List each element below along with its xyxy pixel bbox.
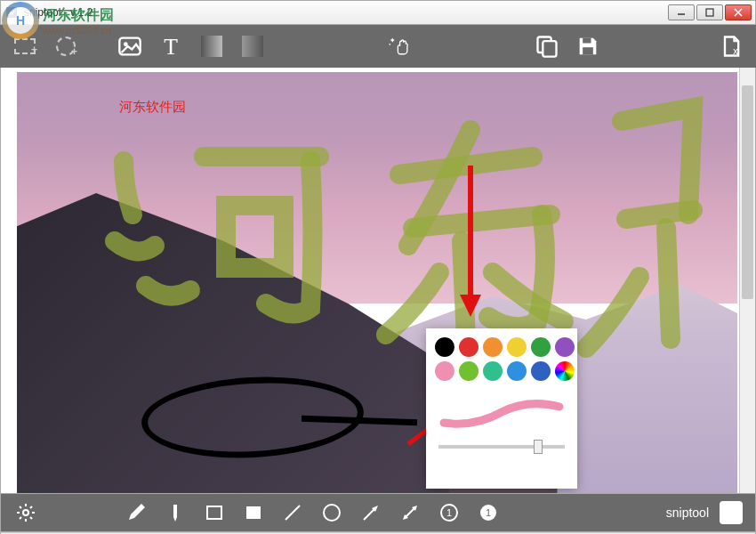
svg-text:x: x [733, 45, 738, 56]
gear-icon [15, 502, 36, 523]
rect-outline-icon [204, 502, 225, 523]
color-picker-popup [426, 328, 577, 489]
minimize-button[interactable] [668, 4, 695, 20]
circle-outline-tool-button[interactable] [314, 497, 350, 529]
canvas-area: 河东软件园 [0, 68, 756, 493]
vertical-scrollbar[interactable] [739, 68, 755, 493]
insert-text-button[interactable]: T [153, 30, 189, 62]
color-swatch-skyblue[interactable] [507, 361, 527, 381]
window-title: sniptool - v.1.2 [24, 6, 668, 19]
color-swatch-yellow[interactable] [507, 337, 527, 357]
color-swatch-purple[interactable] [555, 337, 575, 357]
svg-text:1: 1 [446, 507, 451, 518]
text-annotation[interactable]: 河东软件园 [119, 99, 186, 116]
svg-marker-19 [173, 517, 177, 522]
pixelate-icon [242, 36, 263, 57]
number-circle-fill-icon: 1 [478, 502, 499, 523]
site-watermark: H 河东软件园 www.pc0359.cn [2, 2, 114, 39]
color-swatch-lime[interactable] [459, 361, 479, 381]
brand-label: sniptool [666, 506, 709, 520]
svg-text:1: 1 [485, 507, 490, 518]
canvas[interactable]: 河东软件园 [17, 72, 737, 493]
magic-touch-button[interactable] [378, 30, 422, 62]
svg-marker-14 [460, 295, 481, 317]
hand-sparkle-icon [388, 34, 413, 59]
window-controls [668, 4, 752, 20]
line-tool-button[interactable] [275, 497, 310, 529]
stroke-preview [435, 392, 568, 436]
svg-rect-18 [173, 505, 177, 517]
number-fill-tool-button[interactable]: 1 [470, 497, 506, 529]
double-arrow-tool-button[interactable] [392, 497, 428, 529]
svg-rect-21 [246, 506, 261, 519]
slider-thumb[interactable] [534, 440, 543, 454]
arrow-down-annotation [453, 161, 488, 321]
svg-line-22 [286, 506, 300, 520]
color-swatch-black[interactable] [435, 337, 454, 357]
dashed-rect-icon: + [14, 38, 36, 54]
screenshot-image: 河东软件园 [17, 72, 737, 493]
close-button[interactable] [725, 4, 752, 20]
svg-rect-9 [543, 41, 557, 56]
blur-icon [201, 36, 222, 57]
blur-tool-2-button[interactable] [235, 30, 270, 62]
marker-icon [165, 502, 186, 523]
number-outline-tool-button[interactable]: 1 [431, 497, 467, 529]
insert-image-button[interactable] [112, 30, 148, 62]
dashed-circle-icon: + [56, 36, 76, 56]
svg-rect-11 [583, 47, 594, 54]
copy-button[interactable] [529, 30, 565, 62]
line-icon [282, 502, 303, 523]
copy-icon [535, 34, 559, 59]
color-swatch-red[interactable] [459, 337, 479, 357]
settings-button[interactable] [8, 497, 44, 529]
save-icon [575, 34, 600, 59]
blur-tool-1-button[interactable] [194, 30, 229, 62]
stroke-width-slider[interactable] [438, 445, 565, 449]
color-swatch-teal[interactable] [483, 361, 503, 381]
color-swatch-custom[interactable] [555, 361, 575, 381]
clear-button[interactable]: x [713, 30, 749, 62]
brush-icon [125, 502, 147, 523]
svg-rect-10 [583, 38, 591, 44]
number-circle-outline-icon: 1 [438, 502, 460, 523]
svg-text:T: T [164, 34, 178, 59]
svg-rect-2 [706, 9, 713, 16]
color-swatch-pink[interactable] [435, 361, 454, 381]
circle-outline-icon [321, 502, 342, 523]
color-swatch-blue[interactable] [531, 361, 551, 381]
watermark-site-name: 河东软件园 [43, 6, 114, 25]
watermark-logo-icon: H [2, 2, 39, 39]
svg-rect-20 [207, 506, 221, 519]
arrow-tool-button[interactable] [353, 497, 389, 529]
scrollbar-thumb[interactable] [742, 85, 753, 299]
rect-fill-tool-button[interactable] [236, 497, 271, 529]
svg-point-23 [324, 505, 340, 521]
arrow-icon [360, 502, 382, 523]
color-swatch-green[interactable] [531, 337, 551, 357]
brush-tool-button[interactable] [118, 497, 154, 529]
brush-strokes [17, 72, 737, 493]
double-arrow-icon [399, 502, 421, 523]
save-button[interactable] [570, 30, 606, 62]
text-icon: T [158, 34, 183, 59]
maximize-button[interactable] [696, 4, 723, 20]
watermark-site-url: www.pc0359.cn [43, 25, 114, 36]
marker-tool-button[interactable] [157, 497, 193, 529]
color-grid [435, 337, 568, 381]
svg-point-17 [23, 510, 28, 515]
rect-outline-tool-button[interactable] [197, 497, 232, 529]
image-icon [117, 34, 142, 59]
current-color-indicator[interactable] [720, 501, 743, 524]
color-swatch-orange[interactable] [483, 337, 503, 357]
clear-page-icon: x [719, 34, 744, 59]
bottom-toolbar: 1 1 sniptool [0, 493, 756, 532]
rect-fill-icon [243, 502, 264, 523]
